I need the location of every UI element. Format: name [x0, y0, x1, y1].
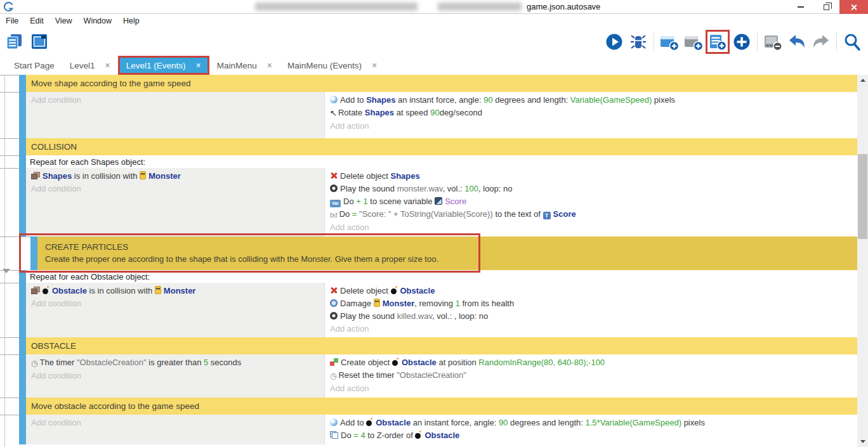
- minimize-button[interactable]: [787, 0, 813, 14]
- add-condition-button[interactable]: Add condition: [26, 297, 324, 310]
- scrollbar-thumb[interactable]: [858, 154, 867, 239]
- action-line[interactable]: Do = 4 to Z-order of Obstacle: [325, 429, 857, 442]
- vertical-scrollbar[interactable]: [857, 75, 868, 447]
- event-group-header[interactable]: OBSTACLE: [26, 337, 857, 354]
- project-list-button[interactable]: [4, 31, 25, 53]
- action-line[interactable]: Delete object Obstacle: [325, 285, 857, 297]
- add-action-button[interactable]: Add action: [325, 221, 857, 234]
- event-selection-bar[interactable]: [19, 283, 26, 337]
- tab-close-icon[interactable]: ×: [105, 60, 110, 70]
- close-button[interactable]: [839, 0, 868, 14]
- text-segment: Do: [341, 431, 353, 440]
- add-action-button[interactable]: Add action: [325, 323, 857, 335]
- force-icon: [330, 418, 338, 426]
- triangle-up-icon: [860, 79, 865, 82]
- event-selection-bar[interactable]: [19, 92, 26, 138]
- add-button[interactable]: [731, 31, 753, 53]
- event-selection-bar[interactable]: [19, 155, 26, 168]
- event-gutter: [0, 138, 19, 155]
- editor-window-button[interactable]: [29, 31, 51, 53]
- menu-item-view[interactable]: View: [49, 16, 78, 25]
- action-line[interactable]: Play the sound monster.wav, vol.: 100, l…: [325, 183, 857, 195]
- play-button[interactable]: [603, 31, 625, 53]
- redo-button[interactable]: [810, 31, 832, 53]
- action-line[interactable]: Create object Obstacle at position Rando…: [325, 356, 857, 369]
- tab-mainmenu[interactable]: MainMenu×: [209, 56, 280, 75]
- tab-mainmenu-events-[interactable]: MainMenu (Events)×: [280, 56, 385, 75]
- zorder-icon: [330, 431, 338, 439]
- event-row-header: Move shape according to the game speed: [0, 75, 857, 92]
- event-selection-bar[interactable]: [30, 236, 37, 270]
- event-body: Add conditionAdd to Shapes an instant fo…: [26, 92, 857, 138]
- add-condition-button[interactable]: Add condition: [26, 183, 324, 195]
- debug-button[interactable]: [628, 31, 649, 53]
- tab-level1-events-[interactable]: Level1 (Events)×: [118, 56, 209, 75]
- search-button[interactable]: [841, 31, 863, 53]
- add-condition-button[interactable]: Add condition: [26, 417, 324, 429]
- repeat-event-header[interactable]: Repeat for each Shapes object:: [26, 155, 857, 168]
- play-button: [605, 32, 624, 51]
- event-selection-bar[interactable]: [19, 138, 26, 155]
- new-external-layout-button[interactable]: [683, 31, 704, 53]
- condition-line[interactable]: Obstacle is in collision with Monster: [26, 285, 324, 297]
- tab-level1[interactable]: Level1×: [62, 56, 118, 75]
- action-line[interactable]: ↖Rotate Shapes at speed 90deg/second: [325, 107, 857, 120]
- text-segment: "ObstacleCreation": [397, 370, 466, 380]
- event-selection-bar[interactable]: [19, 270, 26, 283]
- condition-line[interactable]: ◷The timer "ObstacleCreation" is greater…: [26, 356, 324, 370]
- add-condition-button[interactable]: Add condition: [26, 370, 324, 382]
- event-row-event: Shapes is in collision with MonsterAdd c…: [0, 168, 857, 236]
- comment-event[interactable]: CREATE PARTICLESCreate the proper one ac…: [37, 236, 857, 270]
- add-condition-button[interactable]: Add condition: [26, 94, 324, 107]
- undo-button[interactable]: [786, 31, 808, 53]
- action-line[interactable]: txtDo = "Score: " + ToString(Variable(Sc…: [325, 208, 857, 221]
- event-group-header[interactable]: Move obstacle according to the game spee…: [26, 398, 857, 415]
- actions-column: Create object Obstacle at position Rando…: [325, 354, 857, 398]
- action-line[interactable]: ◷Reset the timer "ObstacleCreation": [325, 369, 857, 382]
- event-selection-bar[interactable]: [19, 354, 26, 398]
- event-gutter: [0, 415, 19, 444]
- action-line[interactable]: VarDo + 1 to scene variable Score: [325, 195, 857, 208]
- event-selection-bar[interactable]: [19, 415, 26, 444]
- event-group-header[interactable]: COLLISION: [26, 138, 857, 155]
- text-segment: "Score: " + ToString(Variable(Score)): [357, 209, 492, 219]
- menu-item-file[interactable]: File: [0, 16, 24, 25]
- add-action-button[interactable]: Add action: [325, 382, 857, 395]
- event-selection-bar[interactable]: [19, 398, 26, 415]
- redacted-path-blur: [255, 3, 418, 11]
- new-scene-button[interactable]: [659, 31, 680, 53]
- monster-icon: [374, 299, 380, 307]
- event-row-event: Add conditionAdd to Shapes an instant fo…: [0, 92, 857, 138]
- add-action-button[interactable]: Add action: [325, 120, 857, 133]
- new-events-sheet-button[interactable]: [707, 31, 728, 53]
- action-line[interactable]: Play the sound killed.wav, vol.: , loop:…: [325, 310, 857, 323]
- action-line[interactable]: Add to Shapes an instant force, angle: 9…: [325, 94, 857, 107]
- event-group-header[interactable]: Move shape according to the game speed: [26, 75, 857, 92]
- menu-item-edit[interactable]: Edit: [24, 16, 49, 25]
- action-line[interactable]: Delete object Shapes: [325, 170, 857, 183]
- action-line[interactable]: Add to Obstacle an instant force, angle:…: [325, 417, 857, 429]
- event-selection-bar[interactable]: [19, 75, 26, 92]
- event-body: ◷The timer "ObstacleCreation" is greater…: [26, 354, 857, 398]
- expander-arrow-icon[interactable]: [3, 269, 10, 273]
- sound-icon: [330, 185, 338, 192]
- menu-item-window[interactable]: Window: [78, 16, 117, 25]
- event-selection-bar[interactable]: [19, 337, 26, 354]
- delete-icon: [330, 287, 338, 294]
- tab-close-icon[interactable]: ×: [196, 60, 201, 70]
- text-segment: to scene variable: [368, 197, 435, 206]
- gdevelop-logo-icon: [3, 1, 15, 13]
- remove-frame-button[interactable]: [762, 31, 784, 53]
- menu-item-help[interactable]: Help: [117, 16, 145, 25]
- restore-button[interactable]: [813, 0, 839, 14]
- scroll-up-button[interactable]: [857, 75, 868, 86]
- tab-start-page[interactable]: Start Page: [6, 56, 62, 75]
- event-row-header: COLLISION: [0, 138, 857, 155]
- condition-line[interactable]: Shapes is in collision with Monster: [26, 170, 324, 183]
- tab-close-icon[interactable]: ×: [372, 60, 377, 70]
- scroll-down-button[interactable]: [857, 436, 868, 447]
- tab-close-icon[interactable]: ×: [267, 60, 272, 70]
- event-selection-bar[interactable]: [19, 168, 26, 236]
- action-line[interactable]: Damage Monster, removing 1 from its heal…: [325, 297, 857, 310]
- repeat-event-header[interactable]: Repeat for each Obstacle object:: [26, 270, 857, 283]
